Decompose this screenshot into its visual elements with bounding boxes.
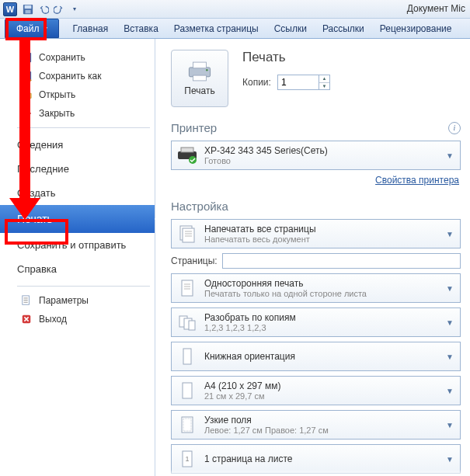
pages-per-sheet-icon: 1 — [176, 448, 198, 470]
sides-selector[interactable]: Односторонняя печать Печатать только на … — [171, 273, 461, 303]
print-heading: Печать — [242, 50, 330, 65]
chevron-down-icon: ▼ — [444, 421, 455, 429]
chevron-down-icon: ▼ — [444, 455, 455, 464]
settings-section-label: Настройка — [171, 200, 228, 213]
pages-input[interactable] — [222, 253, 461, 269]
print-range-selector[interactable]: Напечатать все страницы Напечатать весь … — [171, 219, 461, 248]
nav-options-label: Параметры — [39, 295, 89, 306]
tab-insert[interactable]: Вставка — [116, 19, 166, 38]
pages-per-sheet-label: 1 страница на листе — [204, 453, 444, 464]
sides-label: Односторонняя печать — [204, 278, 444, 289]
printer-icon — [186, 61, 213, 82]
nav-close-label: Закрыть — [39, 108, 75, 119]
chevron-down-icon: ▼ — [444, 151, 455, 160]
svg-rect-33 — [183, 383, 192, 398]
tab-page-layout[interactable]: Разметка страницы — [166, 19, 266, 38]
printer-ready-icon — [176, 144, 198, 166]
margins-selector[interactable]: Узкие поля Левое: 1,27 см Правое: 1,27 с… — [171, 410, 461, 440]
print-range-label: Напечатать все страницы — [204, 224, 444, 235]
tab-references[interactable]: Ссылки — [266, 19, 315, 38]
tab-home[interactable]: Главная — [65, 19, 117, 38]
nav-open-label: Открыть — [39, 89, 75, 100]
svg-rect-31 — [189, 321, 195, 330]
tab-mailings[interactable]: Рассылки — [315, 19, 372, 38]
print-button[interactable]: Печать — [171, 50, 228, 107]
orientation-selector[interactable]: Книжная ориентация ▼ — [171, 342, 461, 371]
sides-desc: Печатать только на одной стороне листа — [204, 289, 444, 298]
svg-rect-32 — [183, 349, 191, 364]
printer-info-icon[interactable]: i — [448, 122, 461, 134]
qat-save-button[interactable] — [21, 2, 35, 16]
pages-stack-icon — [176, 223, 198, 245]
tab-file-label: Файл — [16, 23, 40, 34]
printer-properties-link[interactable]: Свойства принтера — [171, 175, 459, 186]
qat-redo-button[interactable] — [52, 2, 66, 16]
collate-icon — [176, 311, 198, 333]
collate-selector[interactable]: Разобрать по копиям 1,2,3 1,2,3 1,2,3 ▼ — [171, 307, 461, 337]
title-bar: W ▾ Документ Mic — [0, 0, 470, 19]
chevron-down-icon: ▼ — [444, 230, 455, 238]
single-side-icon — [176, 277, 198, 299]
nav-save-send[interactable]: Сохранить и отправить — [0, 233, 155, 257]
svg-rect-1 — [25, 5, 32, 8]
separator — [17, 127, 150, 128]
svg-rect-2 — [26, 9, 31, 12]
copies-spinner[interactable]: ▲▼ — [319, 75, 330, 90]
word-app-icon: W — [3, 2, 17, 16]
print-button-label: Печать — [184, 85, 214, 96]
orientation-label: Книжная ориентация — [204, 351, 444, 362]
printer-status: Готово — [204, 156, 444, 165]
margins-label: Узкие поля — [204, 415, 444, 426]
paper-size-desc: 21 см x 29,7 см — [204, 391, 444, 401]
svg-point-16 — [206, 69, 208, 71]
svg-rect-14 — [193, 62, 207, 68]
tab-file[interactable]: Файл▾ — [5, 19, 59, 38]
print-pane: Печать Печать Копии: ▲▼ Принтер i XP-342… — [155, 39, 470, 476]
svg-rect-21 — [183, 228, 194, 242]
nav-save-as-label: Сохранить как — [39, 71, 101, 82]
printer-name: XP-342 343 345 Series(Сеть) — [204, 145, 444, 156]
svg-rect-25 — [182, 280, 193, 296]
chevron-down-icon: ▼ — [444, 353, 455, 361]
svg-rect-15 — [193, 75, 207, 81]
nav-options[interactable]: Параметры — [0, 291, 155, 310]
copies-input[interactable] — [277, 75, 319, 90]
nav-exit[interactable]: Выход — [0, 310, 155, 328]
ribbon-tabs: Файл▾ Главная Вставка Разметка страницы … — [0, 19, 470, 39]
paper-size-selector[interactable]: A4 (210 x 297 мм) 21 см x 29,7 см ▼ — [171, 376, 461, 405]
pages-per-sheet-selector[interactable]: 1 1 страница на листе ▼ — [171, 444, 461, 474]
svg-rect-11 — [24, 302, 28, 303]
nav-save-label: Сохранить — [39, 52, 85, 63]
nav-help[interactable]: Справка — [0, 257, 155, 281]
svg-rect-9 — [24, 298, 28, 299]
options-icon — [20, 294, 33, 307]
margins-icon — [176, 414, 198, 436]
print-range-desc: Напечатать весь документ — [204, 235, 444, 244]
collate-label: Разобрать по копиям — [204, 312, 444, 323]
svg-rect-10 — [24, 300, 28, 301]
printer-section-label: Принтер — [171, 121, 217, 134]
document-title: Документ Mic — [407, 3, 465, 14]
settings-section-heading: Настройка — [171, 200, 461, 213]
tab-review[interactable]: Рецензирование — [372, 19, 460, 38]
qat-customize-button[interactable]: ▾ — [68, 2, 82, 16]
chevron-down-icon: ▼ — [444, 318, 455, 327]
portrait-icon — [176, 346, 198, 367]
copies-label: Копии: — [242, 77, 271, 88]
backstage-view: Сохранить Сохранить как Открыть Закрыть … — [0, 39, 470, 476]
printer-selector[interactable]: XP-342 343 345 Series(Сеть) Готово ▼ — [171, 141, 461, 170]
paper-size-label: A4 (210 x 297 мм) — [204, 380, 444, 391]
printer-section-heading: Принтер i — [171, 121, 461, 134]
paper-size-icon — [176, 380, 198, 401]
tutorial-arrow — [19, 40, 30, 202]
margins-desc: Левое: 1,27 см Правое: 1,27 см — [204, 426, 444, 435]
qat-undo-button[interactable] — [37, 2, 50, 16]
chevron-down-icon: ▼ — [444, 284, 455, 293]
svg-rect-18 — [181, 148, 193, 152]
exit-icon — [20, 313, 33, 325]
separator — [17, 286, 150, 287]
chevron-down-icon: ▼ — [444, 387, 455, 395]
collate-desc: 1,2,3 1,2,3 1,2,3 — [204, 323, 444, 332]
pages-label: Страницы: — [171, 255, 218, 266]
tutorial-arrow-head — [9, 198, 40, 220]
